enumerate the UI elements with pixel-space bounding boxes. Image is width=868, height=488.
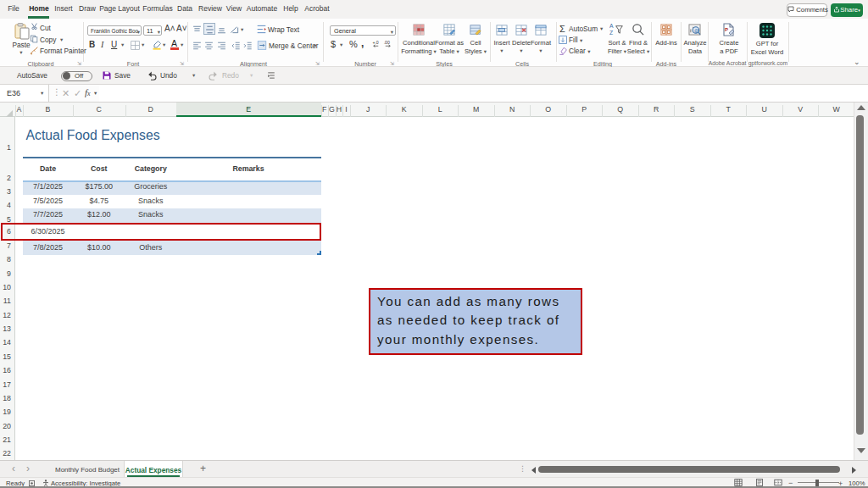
svg-text:@: @	[694, 28, 699, 33]
svg-text:Z: Z	[609, 30, 613, 36]
svg-text:+.0: +.0	[372, 40, 378, 45]
svg-text:A: A	[609, 23, 614, 29]
svg-text:P: P	[725, 27, 728, 32]
svg-text:.00: .00	[384, 40, 390, 45]
